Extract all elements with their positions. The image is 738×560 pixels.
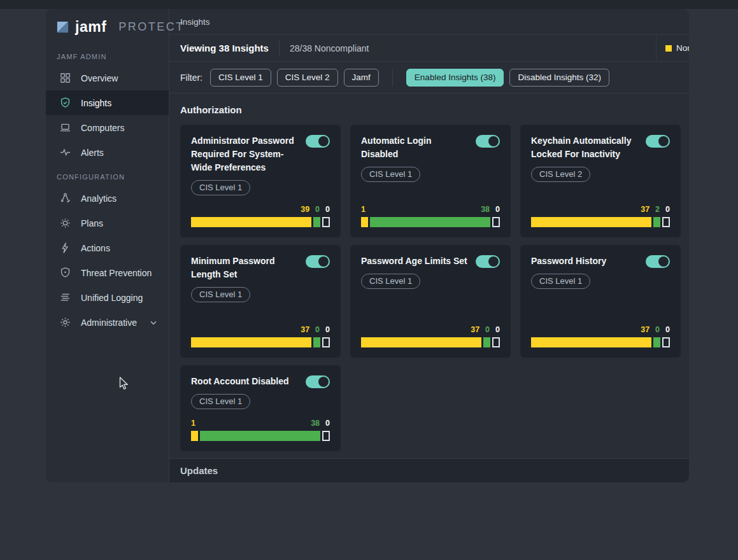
sidebar-item-alerts[interactable]: Alerts xyxy=(46,140,169,165)
updates-label: Updates xyxy=(180,465,218,476)
cis-level-tag: CIS Level 1 xyxy=(191,180,250,195)
insight-title: Administrator Password Required For Syst… xyxy=(191,134,306,174)
insight-counts: 1 38 0 xyxy=(361,205,500,217)
gear-icon xyxy=(59,316,72,329)
sidebar-item-insights[interactable]: Insights xyxy=(46,90,169,115)
insight-card-grid: Administrator Password Required For Syst… xyxy=(169,125,689,451)
sidebar: jamf PROTECT JAMF ADMIN Overview Insight… xyxy=(46,9,169,482)
filter-bar: Filter: CIS Level 1 CIS Level 2 Jamf Ena… xyxy=(169,62,689,94)
toggle-knob xyxy=(488,136,499,146)
filter-cis-level-1-button[interactable]: CIS Level 1 xyxy=(210,69,271,87)
activity-icon xyxy=(59,146,72,159)
noncompliant-count: 37 xyxy=(471,325,479,334)
toggle-knob xyxy=(488,256,499,267)
unknown-segment xyxy=(322,337,330,347)
insight-card-password-history[interactable]: Password History CIS Level 1 37 0 0 xyxy=(520,245,681,358)
noncompliant-summary: 28/38 Noncompliant xyxy=(290,43,369,53)
compliance-bar xyxy=(191,217,330,227)
insight-toggle[interactable] xyxy=(476,135,500,148)
compliance-bar xyxy=(191,337,330,347)
insight-toggle[interactable] xyxy=(306,255,330,268)
sidebar-item-label: Insights xyxy=(81,98,111,108)
plans-icon xyxy=(59,217,72,230)
compliant-count: 0 xyxy=(315,205,320,214)
sidebar-item-label: Plans xyxy=(81,218,103,228)
legend-label: Noncompliant xyxy=(676,43,689,53)
insight-card-min-password-length[interactable]: Minimum Password Length Set CIS Level 1 … xyxy=(180,245,341,358)
compliance-bar xyxy=(531,217,670,227)
sidebar-item-analytics[interactable]: Analytics xyxy=(46,186,169,211)
laptop-icon xyxy=(59,122,72,134)
filter-label: Filter: xyxy=(180,73,202,83)
insight-toggle[interactable] xyxy=(306,135,330,148)
sidebar-item-unified-logging[interactable]: Unified Logging xyxy=(46,285,169,310)
insight-counts: 37 0 0 xyxy=(361,325,500,337)
insight-title: Root Account Disabled xyxy=(191,375,306,388)
noncompliant-count: 1 xyxy=(361,205,365,214)
compliant-segment xyxy=(370,217,490,227)
insight-toggle[interactable] xyxy=(646,255,670,268)
compliant-segment xyxy=(653,337,660,347)
network-icon xyxy=(59,192,72,205)
sidebar-item-label: Unified Logging xyxy=(81,293,143,303)
insight-toggle[interactable] xyxy=(646,135,670,148)
unknown-segment xyxy=(492,337,500,347)
toggle-knob xyxy=(318,256,329,267)
enabled-insights-button[interactable]: Enabled Insights (38) xyxy=(406,69,504,87)
unknown-segment xyxy=(492,217,500,227)
sidebar-item-overview[interactable]: Overview xyxy=(46,66,169,90)
noncompliant-count: 1 xyxy=(191,419,195,428)
insight-title: Automatic Login Disabled xyxy=(361,134,476,161)
toggle-knob xyxy=(318,377,329,387)
insights-content: Authorization Administrator Password Req… xyxy=(169,94,689,482)
cis-level-tag: CIS Level 1 xyxy=(191,394,250,409)
section-heading-authorization: Authorization xyxy=(169,94,689,125)
filter-jamf-button[interactable]: Jamf xyxy=(344,69,379,87)
insight-title: Keychain Automatically Locked For Inacti… xyxy=(531,134,646,161)
sidebar-item-label: Administrative xyxy=(81,318,137,328)
insight-toggle[interactable] xyxy=(476,255,500,268)
unknown-count: 0 xyxy=(325,419,330,428)
cis-level-tag: CIS Level 2 xyxy=(531,167,590,182)
insight-counts: 37 2 0 xyxy=(531,205,670,217)
unknown-count: 0 xyxy=(665,205,670,214)
sidebar-item-computers[interactable]: Computers xyxy=(46,115,169,140)
noncompliant-segment xyxy=(531,217,651,227)
breadcrumb: Insights xyxy=(180,17,210,27)
compliant-segment xyxy=(200,431,320,441)
unknown-count: 0 xyxy=(325,205,330,214)
compliance-bar xyxy=(531,337,670,347)
chevron-down-icon[interactable] xyxy=(148,318,159,328)
sidebar-item-label: Alerts xyxy=(81,148,104,158)
insight-toggle[interactable] xyxy=(306,375,330,388)
insight-card-keychain-lock[interactable]: Keychain Automatically Locked For Inacti… xyxy=(520,125,681,237)
insight-title: Password Age Limits Set xyxy=(361,255,476,268)
toggle-knob xyxy=(658,256,669,267)
noncompliant-segment xyxy=(191,337,311,347)
sidebar-item-label: Threat Prevention xyxy=(81,268,152,278)
filter-cis-level-2-button[interactable]: CIS Level 2 xyxy=(277,69,338,87)
disabled-insights-button[interactable]: Disabled Insights (32) xyxy=(509,69,609,87)
compliant-count: 0 xyxy=(485,325,490,334)
lightning-icon xyxy=(59,242,72,255)
noncompliant-count: 37 xyxy=(301,325,309,334)
sidebar-item-label: Analytics xyxy=(81,193,117,204)
insight-card-password-age[interactable]: Password Age Limits Set CIS Level 1 37 0… xyxy=(350,245,511,358)
breadcrumb-bar: Insights xyxy=(169,9,689,35)
insight-card-automatic-login[interactable]: Automatic Login Disabled CIS Level 1 1 3… xyxy=(350,125,511,237)
divider xyxy=(279,41,280,56)
insight-counts: 37 0 0 xyxy=(531,325,670,337)
insight-card-root-account[interactable]: Root Account Disabled CIS Level 1 1 38 0 xyxy=(180,365,341,451)
sidebar-item-administrative[interactable]: Administrative xyxy=(46,310,169,335)
sidebar-item-plans[interactable]: Plans xyxy=(46,211,169,235)
cis-level-tag: CIS Level 1 xyxy=(531,274,590,289)
noncompliant-count: 39 xyxy=(301,205,309,214)
noncompliant-legend: Noncompliant xyxy=(656,35,689,61)
sidebar-item-threat-prevention[interactable]: Threat Prevention xyxy=(46,260,169,285)
compliance-bar xyxy=(191,431,330,441)
insight-card-admin-password[interactable]: Administrator Password Required For Syst… xyxy=(180,125,341,237)
unknown-segment xyxy=(322,217,330,227)
cis-level-tag: CIS Level 1 xyxy=(191,287,250,302)
sidebar-item-actions[interactable]: Actions xyxy=(46,235,169,260)
jamf-protect-logo: jamf PROTECT xyxy=(46,9,169,45)
